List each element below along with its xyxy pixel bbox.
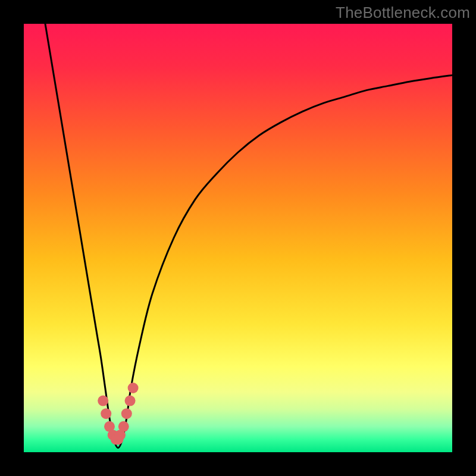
- trough-dot: [121, 408, 132, 419]
- watermark-text: TheBottleneck.com: [336, 4, 470, 22]
- trough-dot: [101, 408, 111, 419]
- bottleneck-curve: [45, 24, 452, 448]
- trough-dot: [128, 383, 139, 393]
- plot-area: [24, 24, 452, 452]
- trough-dot: [125, 396, 136, 406]
- trough-marker: [98, 383, 138, 444]
- chart-frame: TheBottleneck.com: [0, 0, 476, 476]
- trough-dot: [118, 421, 129, 432]
- curve-layer: [24, 24, 452, 452]
- trough-dot: [98, 396, 108, 406]
